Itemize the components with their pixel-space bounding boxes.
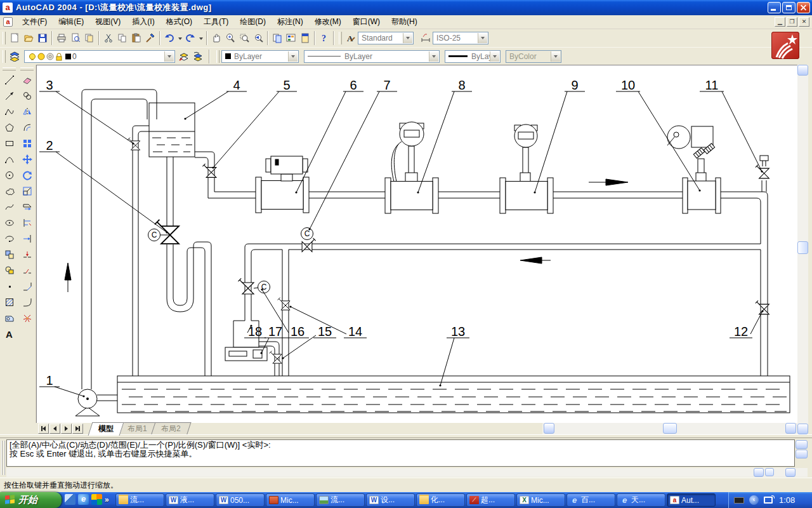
zoom-previous-icon[interactable] (251, 31, 265, 45)
network-icon[interactable] (764, 497, 773, 504)
hide-icons-icon[interactable]: ‹ (749, 495, 759, 505)
toolbar-grip[interactable] (3, 50, 6, 63)
pan-icon[interactable] (209, 31, 223, 45)
construction-line-icon[interactable] (2, 88, 17, 104)
array-icon[interactable] (20, 136, 35, 151)
menu-draw[interactable]: 绘图(D) (234, 15, 272, 29)
polyline-icon[interactable] (2, 104, 17, 119)
trim-icon[interactable] (20, 215, 35, 231)
restore-button[interactable] (782, 2, 796, 13)
internet-explorer-icon[interactable]: e (78, 494, 89, 505)
mdi-minimize-button[interactable]: ▁ (775, 17, 785, 27)
lineweight-combo[interactable]: ByLayer (445, 50, 501, 63)
toolbar-grip[interactable] (339, 32, 342, 44)
make-layer-current-icon[interactable] (177, 50, 191, 64)
line-icon[interactable] (2, 72, 17, 88)
vertical-scroll-thumb[interactable] (797, 241, 808, 254)
scroll-right-icon[interactable] (785, 468, 796, 477)
point-icon[interactable] (2, 279, 17, 294)
match-properties-icon[interactable] (143, 31, 157, 45)
print-preview-icon[interactable] (69, 31, 82, 45)
scale-icon[interactable] (20, 184, 35, 199)
prev-tab-icon[interactable] (49, 424, 60, 434)
first-tab-icon[interactable] (38, 424, 49, 434)
tab-layout2[interactable]: 布局2 (150, 422, 191, 436)
designcenter-icon[interactable] (284, 31, 298, 45)
horizontal-scroll-thumb[interactable] (663, 423, 677, 434)
insert-block-icon[interactable] (2, 247, 17, 262)
circle-icon[interactable] (2, 168, 17, 183)
chevron-down-icon[interactable] (288, 51, 298, 62)
command-window-grip[interactable] (1, 441, 5, 475)
chevron-down-icon[interactable] (478, 33, 487, 43)
copy-object-icon[interactable] (20, 88, 35, 104)
cut-icon[interactable] (102, 31, 115, 45)
menu-format[interactable]: 格式(O) (160, 15, 198, 29)
last-tab-icon[interactable] (72, 424, 83, 434)
zoom-realtime-icon[interactable] (223, 31, 237, 45)
tool-palettes-icon[interactable] (298, 31, 312, 45)
command-horizontal-scrollbar[interactable] (6, 468, 808, 477)
new-icon[interactable] (8, 31, 22, 45)
offset-icon[interactable] (20, 120, 35, 135)
color-combo[interactable]: ByLayer (221, 50, 299, 63)
polygon-icon[interactable] (2, 120, 17, 135)
menu-window[interactable]: 窗口(W) (347, 15, 386, 29)
toolbar-grip[interactable] (216, 50, 219, 63)
menu-dimension[interactable]: 标注(N) (272, 15, 309, 29)
properties-icon[interactable] (270, 31, 284, 45)
ellipse-icon[interactable] (2, 215, 17, 231)
menu-insert[interactable]: 插入(I) (126, 15, 160, 29)
zoom-window-icon[interactable] (237, 31, 251, 45)
fillet-icon[interactable] (20, 295, 35, 310)
command-scroll-down-icon[interactable] (796, 450, 808, 458)
keyboard-icon[interactable] (734, 497, 744, 504)
spline-icon[interactable] (2, 199, 17, 215)
chamfer-icon[interactable] (20, 279, 35, 294)
taskbar-item[interactable]: e百... (566, 493, 615, 507)
scroll-left-icon[interactable] (544, 423, 554, 434)
undo-dropdown-icon[interactable] (176, 31, 183, 45)
taskbar-item[interactable]: Mic... (266, 493, 315, 507)
taskbar-item[interactable]: W050... (216, 493, 265, 507)
hatch-icon[interactable] (2, 295, 17, 310)
chevron-down-icon[interactable] (490, 51, 499, 62)
command-line-input[interactable]: [全部(A)/中心点(C)/动态(D)/范围(E)/上一个(P)/比例(S)/窗… (6, 439, 795, 467)
taskbar-item-active[interactable]: aAut... (667, 493, 716, 507)
scroll-up-icon[interactable] (797, 65, 808, 76)
text-style-icon[interactable]: A (344, 31, 358, 45)
mirror-icon[interactable] (20, 104, 35, 119)
command-scroll-up-icon[interactable] (796, 440, 808, 449)
stretch-icon[interactable] (20, 199, 35, 215)
scroll-right-icon[interactable] (785, 423, 796, 434)
start-button[interactable]: 开始 (0, 492, 62, 508)
minimize-button[interactable] (768, 2, 781, 13)
chevron-down-icon[interactable] (164, 51, 174, 62)
scroll-down-icon[interactable] (797, 424, 808, 434)
drawing-canvas[interactable]: C (36, 65, 797, 423)
canvas-vertical-scrollbar[interactable] (797, 65, 808, 434)
linetype-combo[interactable]: ByLayer (304, 50, 440, 63)
taskbar-item[interactable]: 流... (316, 493, 365, 507)
mdi-restore-button[interactable]: ❐ (787, 17, 797, 27)
chevron-down-icon[interactable] (429, 51, 438, 62)
capture-tool-logo[interactable] (771, 32, 799, 59)
menu-help[interactable]: 帮助(H) (386, 15, 423, 29)
taskbar-item[interactable]: 流... (115, 493, 164, 507)
make-block-icon[interactable] (2, 263, 17, 278)
explode-icon[interactable] (20, 311, 35, 326)
menu-tools[interactable]: 工具(T) (198, 15, 234, 29)
extend-icon[interactable] (20, 231, 35, 246)
help-icon[interactable]: ? (317, 31, 331, 45)
paste-icon[interactable] (129, 31, 143, 45)
redo-dropdown-icon[interactable] (197, 31, 204, 45)
rectangle-icon[interactable] (2, 136, 17, 151)
menu-modify[interactable]: 修改(M) (309, 15, 347, 29)
next-tab-icon[interactable] (61, 424, 72, 434)
undo-icon[interactable] (162, 31, 176, 45)
redo-icon[interactable] (183, 31, 197, 45)
region-icon[interactable] (2, 311, 17, 326)
canvas-horizontal-scrollbar[interactable] (542, 423, 797, 434)
text-style-combo[interactable]: Standard (358, 32, 414, 44)
rotate-icon[interactable] (20, 168, 35, 183)
